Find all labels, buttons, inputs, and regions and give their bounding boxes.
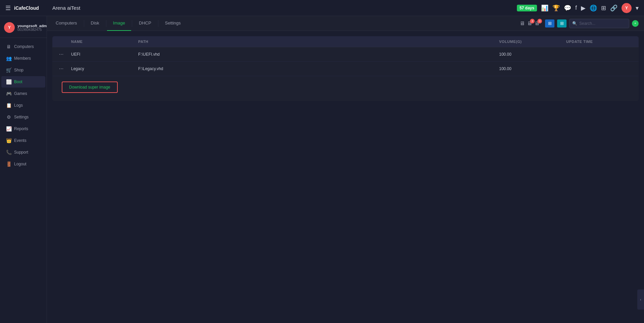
add-btn[interactable]: +: [632, 20, 639, 27]
monitor-badge-2[interactable]: 🖥 3: [527, 20, 532, 26]
events-icon: 👑: [6, 138, 11, 143]
sidebar-item-events[interactable]: 👑 Events: [1, 135, 45, 146]
win-button-blue[interactable]: ⊞: [545, 19, 554, 28]
user-section: Y youngzsoft_admin 0019934382475: [0, 19, 47, 38]
dashboard-icon[interactable]: 📊: [541, 4, 548, 12]
row2-volume: 100.00: [499, 66, 566, 71]
sidebar-label-logs: Logs: [14, 103, 23, 108]
nav-items: 🖥 Computers 👥 Members 🛒 Shop ⬜ Boot 🎮 Ga…: [0, 38, 47, 173]
collapsed-side-tab[interactable]: ‹: [637, 289, 644, 310]
settings-icon: ⚙: [6, 114, 11, 120]
tab-divider-2: [106, 20, 106, 27]
user-avatar-top[interactable]: Y: [622, 3, 632, 13]
col-dots: [58, 40, 71, 44]
search-icon: 🔍: [572, 21, 577, 26]
table-area: NAME PATH VOLUME(G) UPDATE TIME ··· UEFI…: [47, 31, 644, 323]
user-info: youngzsoft_admin 0019934382475: [17, 24, 50, 32]
games-icon: 🎮: [6, 91, 11, 96]
table-row: ··· Legacy F:\Legacy.vhd 100.00: [52, 62, 639, 76]
user-id: 0019934382475: [17, 28, 50, 32]
col-update-time: UPDATE TIME: [566, 40, 633, 44]
chat-icon[interactable]: 💬: [564, 4, 571, 12]
tab-settings[interactable]: Settings: [159, 16, 187, 31]
row2-dots: ···: [58, 65, 71, 72]
members-icon: 👥: [6, 56, 11, 61]
sidebar-label-boot: Boot: [14, 79, 22, 84]
globe-icon[interactable]: 🌐: [590, 4, 597, 12]
youtube-icon[interactable]: ▶: [581, 4, 586, 12]
row1-name: UEFI: [71, 52, 138, 57]
download-area: Download super image: [52, 76, 639, 101]
sidebar-item-settings[interactable]: ⚙ Settings: [1, 111, 45, 123]
search-box: 🔍: [569, 19, 629, 28]
row1-volume: 100.00: [499, 52, 566, 57]
logs-icon: 📋: [6, 103, 11, 108]
support-icon: 📞: [6, 150, 11, 155]
logo-area: ☰ iCafeCloud: [5, 4, 52, 12]
sidebar-item-computers[interactable]: 🖥 Computers: [1, 41, 45, 52]
col-name: NAME: [71, 40, 138, 44]
monitor-count-2: 3: [530, 19, 535, 23]
sidebar-label-computers: Computers: [14, 44, 34, 49]
row1-menu-button[interactable]: ···: [58, 51, 65, 58]
hamburger-icon[interactable]: ☰: [5, 4, 11, 12]
sidebar-label-games: Games: [14, 91, 27, 96]
boot-icon: ⬜: [6, 79, 11, 85]
monitor-count-3: 0: [537, 19, 542, 23]
link-icon[interactable]: 🔗: [610, 4, 618, 12]
table-container: NAME PATH VOLUME(G) UPDATE TIME ··· UEFI…: [52, 36, 639, 101]
tab-divider-3: [132, 20, 132, 27]
sidebar: Y youngzsoft_admin 0019934382475 🖥 Compu…: [0, 16, 47, 323]
user-avatar-sidebar: Y: [4, 22, 15, 33]
sidebar-item-logs[interactable]: 📋 Logs: [1, 100, 45, 111]
win-button-teal[interactable]: ⊞: [557, 19, 567, 28]
sidebar-item-shop[interactable]: 🛒 Shop: [1, 64, 45, 76]
sidebar-item-logout[interactable]: 🚪 Logout: [1, 158, 45, 170]
tab-divider-4: [158, 20, 158, 27]
app-logo: iCafeCloud: [14, 5, 39, 11]
logout-icon: 🚪: [6, 161, 11, 167]
sidebar-label-reports: Reports: [14, 126, 28, 131]
download-super-image-button[interactable]: Download super image: [62, 82, 118, 93]
sidebar-item-members[interactable]: 👥 Members: [1, 53, 45, 64]
row2-name: Legacy: [71, 66, 138, 71]
tab-computers[interactable]: Computers: [50, 16, 83, 31]
monitor-badge-3[interactable]: 🖥 0: [534, 20, 540, 26]
tab-image[interactable]: Image: [107, 16, 131, 31]
dropdown-arrow-icon[interactable]: ▾: [636, 4, 639, 12]
sidebar-item-boot[interactable]: ⬜ Boot: [1, 76, 45, 88]
sidebar-label-support: Support: [14, 150, 28, 155]
sidebar-label-members: Members: [14, 56, 31, 61]
reports-icon: 📈: [6, 126, 11, 131]
col-volume: VOLUME(G): [499, 40, 566, 44]
tab-disk[interactable]: Disk: [85, 16, 105, 31]
row1-dots: ···: [58, 51, 71, 58]
grid-icon[interactable]: ⊞: [601, 4, 606, 12]
main-layout: Y youngzsoft_admin 0019934382475 🖥 Compu…: [0, 16, 644, 323]
computers-icon: 🖥: [6, 44, 11, 49]
monitor-icon-1[interactable]: 🖥: [520, 20, 525, 26]
sidebar-item-games[interactable]: 🎮 Games: [1, 88, 45, 99]
search-input[interactable]: [579, 21, 626, 26]
sidebar-label-settings: Settings: [14, 115, 29, 119]
sidebar-label-shop: Shop: [14, 68, 23, 72]
tab-divider: [84, 20, 84, 27]
tab-dhcp[interactable]: DHCP: [133, 16, 157, 31]
tabs-right: 🖥 🖥 3 🖥 0 ⊞ ⊞ 🔍 +: [520, 19, 644, 28]
sidebar-label-logout: Logout: [14, 162, 26, 166]
facebook-icon[interactable]: f: [575, 4, 577, 11]
row2-path: F:\Legacy.vhd: [138, 66, 499, 71]
row2-menu-button[interactable]: ···: [58, 65, 65, 72]
shop-icon: 🛒: [6, 67, 11, 73]
user-name: youngzsoft_admin: [17, 24, 50, 28]
trophy-icon[interactable]: 🏆: [552, 4, 560, 12]
content-area: Computers Disk Image DHCP Settings 🖥: [47, 16, 644, 323]
sidebar-item-reports[interactable]: 📈 Reports: [1, 123, 45, 134]
sidebar-label-events: Events: [14, 138, 26, 143]
top-navbar: ☰ iCafeCloud Arena aiTest 57 days 📊 🏆 💬 …: [0, 0, 644, 16]
sidebar-item-support[interactable]: 📞 Support: [1, 147, 45, 158]
tabs-bar: Computers Disk Image DHCP Settings 🖥: [47, 16, 644, 31]
days-badge: 57 days: [517, 5, 537, 11]
monitor-icons: 🖥 🖥 3 🖥 0: [520, 20, 540, 26]
row1-path: F:\UEFI.vhd: [138, 52, 499, 57]
